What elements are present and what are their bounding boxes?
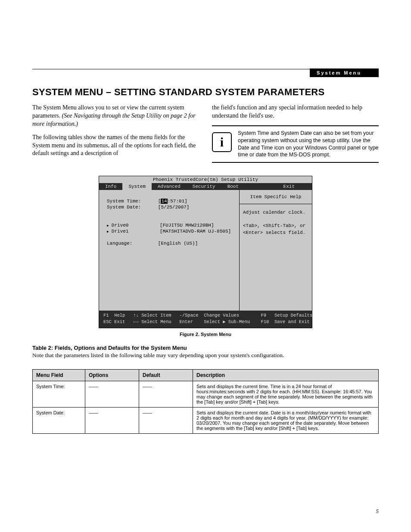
cell-field: System Date:	[33, 407, 85, 433]
bios-time-label: System Time:	[107, 199, 141, 204]
bios-drive1-val: [MATSHITADVD-RAM UJ-850S]	[160, 229, 231, 234]
bios-footer-line1: F1 Help ↑↓ Select Item -/Space Change Va…	[103, 313, 312, 318]
table-row: System Date: —— —— Sets and displays the…	[33, 407, 379, 433]
header-rule: System Menu	[32, 69, 379, 69]
bios-tab-system: System	[122, 183, 152, 190]
info-note: i System Time and System Date can also b…	[212, 125, 379, 163]
section-tag: System Menu	[310, 68, 379, 77]
intro-p2: The following tables show the names of t…	[32, 134, 199, 158]
bios-help-line2: <Tab>, <Shift-Tab>, or	[243, 223, 308, 229]
bios-tab-exit: Exit	[277, 183, 312, 190]
bios-help-line1: Adjust calendar clock.	[243, 209, 308, 216]
intro-p1: The System Menu allows you to set or vie…	[32, 104, 199, 128]
bios-tab-boot: Boot	[221, 183, 245, 190]
bios-app-title: Phoenix TrustedCore(tm) Setup Utility	[99, 176, 312, 183]
bios-lang-val: [English (US)]	[158, 241, 198, 246]
table-note: Note that the parameters listed in the f…	[32, 352, 379, 359]
bios-time-rest: :57:01]	[168, 199, 187, 204]
bios-footer: F1 Help ↑↓ Select Item -/Space Change Va…	[99, 311, 312, 327]
info-note-text: System Time and System Date can also be …	[238, 130, 379, 159]
bios-date-label: System Date:	[107, 205, 141, 210]
fields-table: Menu Field Options Default Description S…	[32, 369, 379, 434]
bios-tab-info: Info	[99, 183, 122, 190]
bios-main-panel: System Time: [14:57:01] System Date: [5/…	[99, 190, 240, 311]
cell-options: ——	[85, 381, 139, 407]
cell-field: System Time:	[33, 381, 85, 407]
bios-screenshot: Phoenix TrustedCore(tm) Setup Utility In…	[99, 176, 312, 328]
bios-tab-security: Security	[187, 183, 221, 190]
cell-desc: Sets and displays the current date. Date…	[193, 407, 379, 433]
bios-help-title: Item Specific Help	[240, 190, 312, 204]
cell-default: ——	[139, 381, 193, 407]
info-icon: i	[212, 132, 232, 152]
bios-lang-label: Language:	[107, 241, 132, 246]
table-title: Table 2: Fields, Options and Defaults fo…	[32, 345, 379, 351]
bios-drive0: Drive0	[112, 223, 129, 228]
th-description: Description	[193, 369, 379, 381]
bios-date-val: [5/25/2007]	[158, 205, 190, 210]
th-default: Default	[139, 369, 193, 381]
bios-drive1: Drive1	[112, 229, 129, 234]
bios-footer-line2: ESC Exit ←→ Select Menu Enter Select ▶ S…	[103, 319, 310, 324]
bios-drive0-val: [FUJITSU MHW2120BH]	[160, 223, 214, 228]
bios-help-panel: Item Specific Help Adjust calendar clock…	[240, 190, 312, 311]
cell-default: ——	[139, 407, 193, 433]
bios-help-line3: <Enter> selects field.	[243, 230, 308, 236]
bios-tabs: Info System Advanced Security Boot Exit	[99, 183, 312, 190]
table-row: System Time: —— —— Sets and displays the…	[33, 381, 379, 407]
intro-p3: the field's function and any special inf…	[212, 104, 379, 120]
bios-tab-advanced: Advanced	[152, 183, 187, 190]
figure-caption: Figure 2. System Menu	[32, 332, 379, 337]
th-menu-field: Menu Field	[33, 369, 85, 381]
page-title: SYSTEM MENU – SETTING STANDARD SYSTEM PA…	[32, 87, 379, 98]
page-number: 5	[376, 508, 379, 515]
th-options: Options	[85, 369, 139, 381]
cell-options: ——	[85, 407, 139, 433]
cell-desc: Sets and displays the current time. Time…	[193, 381, 379, 407]
bios-time-sel: 14	[161, 199, 167, 204]
